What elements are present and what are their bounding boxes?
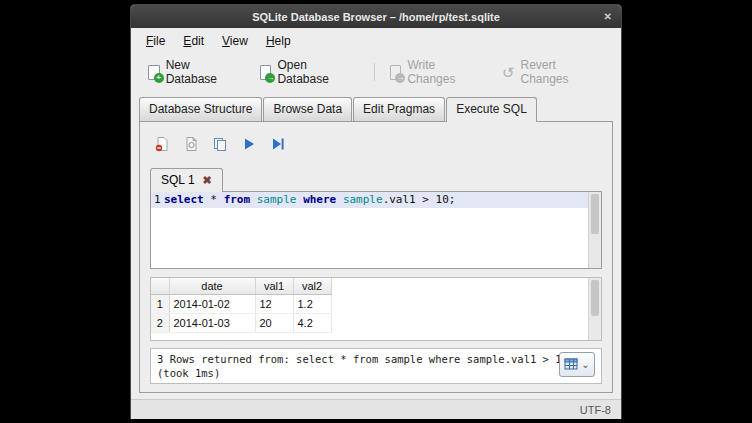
header-rownum[interactable] xyxy=(151,278,169,295)
sql-code: select * from sample where sample.val1 >… xyxy=(164,192,455,208)
main-tabbar: Database Structure Browse Data Edit Prag… xyxy=(131,95,621,121)
save-sql-file-button[interactable] xyxy=(181,134,201,154)
sql-keyword: where xyxy=(303,193,336,206)
menu-file[interactable]: File xyxy=(137,31,174,51)
arrow-badge-icon: → xyxy=(265,73,275,83)
open-database-label: Open Database xyxy=(277,58,358,86)
revert-changes-button[interactable]: ↺ Revert Changes xyxy=(493,55,613,89)
sql-table-name: sample xyxy=(343,193,383,206)
menu-help[interactable]: Help xyxy=(257,31,300,51)
cell-val2[interactable]: 1.2 xyxy=(293,295,331,314)
write-changes-label: Write Changes xyxy=(407,58,484,86)
tab-browse-data[interactable]: Browse Data xyxy=(263,97,352,121)
execute-sql-button[interactable] xyxy=(239,134,259,154)
encoding-label: UTF-8 xyxy=(580,404,611,416)
tab-execute-sql[interactable]: Execute SQL xyxy=(446,97,537,122)
chevron-down-icon: ⌄ xyxy=(581,360,589,370)
open-database-icon: → xyxy=(260,65,272,80)
cell-date[interactable]: 2014-01-03 xyxy=(169,314,255,333)
export-results-button[interactable]: ⌄ xyxy=(559,352,595,377)
execute-sql-panel: SQL 1 ✖ 1select * from sample where samp… xyxy=(139,121,613,393)
tab-edit-pragmas[interactable]: Edit Pragmas xyxy=(353,97,445,121)
app-window: SQLite Database Browser – /home/rp/test.… xyxy=(130,4,622,419)
menu-edit[interactable]: Edit xyxy=(174,31,213,51)
execute-current-line-button[interactable] xyxy=(268,134,288,154)
close-window-button[interactable]: ✕ xyxy=(604,5,612,28)
open-sql-file-button[interactable] xyxy=(152,134,172,154)
revert-changes-icon: ↺ xyxy=(502,65,515,80)
write-changes-button[interactable]: → Write Changes xyxy=(381,55,493,89)
open-sql-file-icon xyxy=(154,136,170,152)
new-database-icon: + xyxy=(148,65,160,80)
results-scrollbar-thumb[interactable] xyxy=(591,280,599,316)
write-changes-icon: → xyxy=(390,65,402,80)
titlebar[interactable]: SQLite Database Browser – /home/rp/test.… xyxy=(131,5,621,28)
cell-val1[interactable]: 12 xyxy=(255,295,293,314)
play-to-line-icon xyxy=(270,136,286,152)
sql-text xyxy=(336,193,343,206)
cell-val1[interactable]: 20 xyxy=(255,314,293,333)
table-row[interactable]: 2 2014-01-03 20 4.2 xyxy=(151,314,331,333)
sql-tab-1[interactable]: SQL 1 ✖ xyxy=(150,168,223,192)
table-row[interactable]: 1 2014-01-02 12 1.2 xyxy=(151,295,331,314)
sql-text: * xyxy=(204,193,224,206)
table-grid-icon xyxy=(564,358,579,371)
play-icon xyxy=(241,136,257,152)
sql-tab-label: SQL 1 xyxy=(161,173,195,187)
revert-changes-label: Revert Changes xyxy=(520,58,604,86)
tab-database-structure[interactable]: Database Structure xyxy=(139,97,262,121)
statusbar: UTF-8 xyxy=(131,399,621,419)
execution-status-message: 3 Rows returned from: select * from samp… xyxy=(157,353,595,380)
sql-toolbar xyxy=(150,126,602,162)
editor-scrollbar[interactable] xyxy=(588,192,601,268)
sql-text: .val1 > 10; xyxy=(383,193,456,206)
copy-button[interactable] xyxy=(210,134,230,154)
cell-rownum[interactable]: 1 xyxy=(151,295,169,314)
header-val1[interactable]: val1 xyxy=(255,278,293,295)
sql-keyword: from xyxy=(224,193,251,206)
line-number: 1 xyxy=(151,192,164,208)
screen: SQLite Database Browser – /home/rp/test.… xyxy=(0,0,752,423)
open-database-button[interactable]: → Open Database xyxy=(251,55,368,89)
header-val2[interactable]: val2 xyxy=(293,278,331,295)
toolbar-separator xyxy=(374,63,375,81)
editor-scrollbar-thumb[interactable] xyxy=(591,194,599,234)
results-grid: date val1 val2 1 2014-01-02 12 1.2 xyxy=(150,277,602,341)
editor-current-line[interactable]: 1select * from sample where sample.val1 … xyxy=(151,192,601,208)
cell-val2[interactable]: 4.2 xyxy=(293,314,331,333)
cell-rownum[interactable]: 2 xyxy=(151,314,169,333)
main-toolbar: + New Database → Open Database → Write C… xyxy=(131,52,621,95)
sql-keyword: select xyxy=(164,193,204,206)
sql-tabbar: SQL 1 ✖ xyxy=(150,162,602,191)
new-database-button[interactable]: + New Database xyxy=(139,55,251,89)
results-header-row: date val1 val2 xyxy=(151,278,331,295)
new-database-label: New Database xyxy=(166,58,242,86)
results-table: date val1 val2 1 2014-01-02 12 1.2 xyxy=(151,278,332,333)
gray-arrow-badge-icon: → xyxy=(395,73,405,83)
copy-pages-icon xyxy=(212,136,228,152)
window-title: SQLite Database Browser – /home/rp/test.… xyxy=(252,11,500,23)
sql-editor[interactable]: 1select * from sample where sample.val1 … xyxy=(150,191,602,269)
plus-badge-icon: + xyxy=(154,73,164,83)
cell-date[interactable]: 2014-01-02 xyxy=(169,295,255,314)
sql-table-name: sample xyxy=(257,193,297,206)
menu-view[interactable]: View xyxy=(213,31,257,51)
close-sql-tab-icon[interactable]: ✖ xyxy=(203,174,212,187)
save-sql-file-icon xyxy=(183,136,199,152)
sql-text xyxy=(250,193,257,206)
menubar: File Edit View Help xyxy=(131,28,621,52)
execution-status-area: 3 Rows returned from: select * from samp… xyxy=(150,348,602,384)
results-scrollbar[interactable] xyxy=(588,278,601,340)
header-date[interactable]: date xyxy=(169,278,255,295)
